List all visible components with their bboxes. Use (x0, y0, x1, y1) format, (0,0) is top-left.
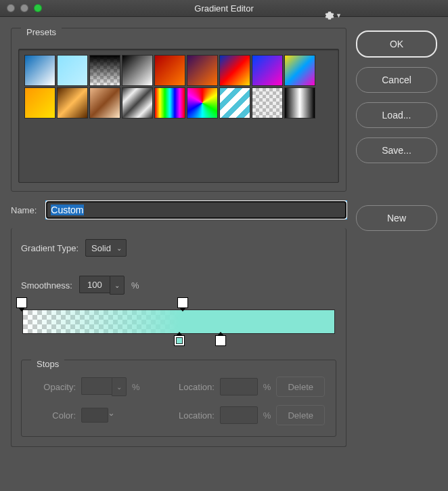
preset-swatch[interactable] (122, 55, 153, 86)
gradient-editor-group: Gradient Type: Solid ⌄ Smoothness: 100 ⌄… (11, 228, 346, 447)
opacity-location-label: Location: (171, 382, 215, 392)
presets-menu-button[interactable]: ▼ (325, 11, 342, 20)
content-area: Presets ▼ Name: Gradient Type: Solid (0, 17, 448, 454)
gear-icon (325, 11, 334, 20)
preset-swatch[interactable] (57, 55, 88, 86)
color-location-unit: % (263, 410, 271, 421)
save-button[interactable]: Save... (356, 137, 437, 163)
color-delete-button: Delete (276, 405, 325, 425)
preset-swatch[interactable] (252, 55, 283, 86)
preset-swatch[interactable] (284, 55, 315, 86)
preset-swatch[interactable] (24, 55, 55, 86)
chevron-down-icon: ⌄ (116, 244, 122, 252)
color-label: Color: (32, 410, 76, 421)
preset-swatch[interactable] (57, 87, 88, 119)
smoothness-unit: % (131, 280, 139, 291)
cancel-button[interactable]: Cancel (356, 67, 437, 93)
preset-swatch[interactable] (89, 55, 120, 86)
presets-legend: Presets (21, 27, 62, 37)
ok-button[interactable]: OK (356, 30, 437, 58)
title-bar: Gradient Editor (0, 0, 448, 17)
smoothness-combo[interactable]: 100 ⌄ (79, 276, 125, 295)
opacity-location-field (220, 378, 258, 396)
color-swatch (81, 408, 108, 423)
preset-swatch[interactable] (89, 87, 120, 119)
traffic-lights (0, 4, 42, 12)
preset-swatch[interactable] (122, 87, 153, 119)
chevron-down-icon: ▼ (336, 12, 342, 19)
name-input[interactable] (46, 201, 346, 219)
preset-swatch[interactable] (154, 55, 185, 86)
gradient-bar-area (21, 309, 336, 334)
opacity-stop-handle[interactable] (177, 297, 188, 308)
color-location-field (220, 406, 258, 424)
gradient-type-value: Solid (91, 243, 111, 253)
chevron-down-icon: ⌄ (112, 377, 127, 396)
gradient-type-select[interactable]: Solid ⌄ (85, 239, 127, 257)
smoothness-row: Smoothness: 100 ⌄ % (21, 276, 336, 295)
opacity-location-unit: % (263, 382, 271, 392)
preset-swatch[interactable] (219, 87, 250, 119)
opacity-unit: % (132, 382, 140, 392)
new-button[interactable]: New (356, 205, 437, 231)
opacity-value-field (81, 377, 112, 395)
opacity-label: Opacity: (32, 382, 76, 392)
name-row: Name: (11, 201, 346, 219)
preset-swatch[interactable] (219, 55, 250, 86)
color-location-label: Location: (171, 410, 215, 421)
button-column: OK Cancel Load... Save... New (356, 28, 437, 447)
preset-swatch[interactable] (187, 87, 218, 119)
gradient-bar[interactable] (22, 309, 335, 334)
stops-legend: Stops (31, 359, 64, 369)
smoothness-value[interactable]: 100 (79, 276, 110, 293)
preset-swatch[interactable] (154, 87, 185, 119)
opacity-stop-row: Opacity: ⌄ % Location: % Delete (32, 377, 325, 397)
opacity-stop-handle[interactable] (16, 297, 27, 308)
color-stop-handle[interactable] (215, 335, 226, 346)
opacity-value-combo: ⌄ (81, 377, 127, 396)
close-window-icon[interactable] (7, 4, 15, 12)
presets-group: Presets ▼ (11, 28, 346, 192)
smoothness-label: Smoothness: (21, 280, 72, 291)
gradient-type-label: Gradient Type: (21, 243, 79, 253)
preset-swatch[interactable] (187, 55, 218, 86)
stops-group: Stops Opacity: ⌄ % Location: % Delete (21, 360, 336, 437)
color-stop-handle[interactable] (174, 335, 185, 346)
color-stop-row: Color: ⌄ Location: % Delete (32, 405, 325, 425)
preset-swatch[interactable] (24, 87, 55, 119)
chevron-down-icon[interactable]: ⌄ (110, 276, 125, 295)
window-title: Gradient Editor (0, 3, 448, 14)
name-label: Name: (11, 205, 37, 215)
minimize-window-icon[interactable] (20, 4, 28, 12)
preset-swatch[interactable] (284, 87, 315, 119)
chevron-down-icon: ⌄ (108, 408, 115, 423)
left-column: Presets ▼ Name: Gradient Type: Solid (11, 28, 346, 447)
preset-swatch[interactable] (252, 87, 283, 119)
presets-list (18, 49, 339, 183)
load-button[interactable]: Load... (356, 102, 437, 128)
opacity-delete-button: Delete (276, 377, 325, 397)
gradient-type-row: Gradient Type: Solid ⌄ (21, 239, 336, 257)
zoom-window-icon[interactable] (34, 4, 42, 12)
